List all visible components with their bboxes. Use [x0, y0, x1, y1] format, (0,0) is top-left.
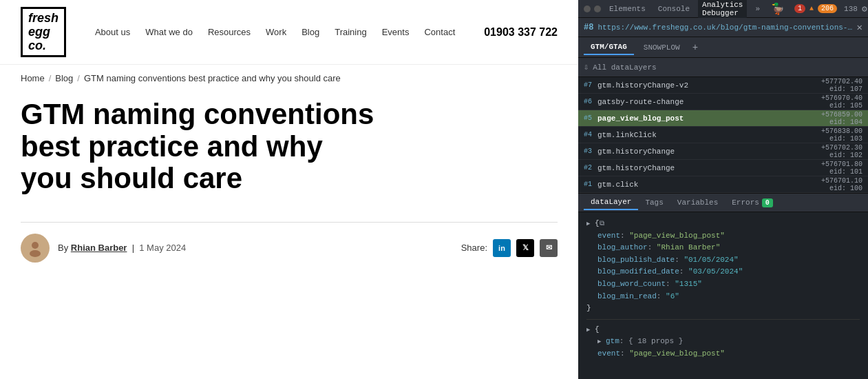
code-section-divider: [586, 319, 860, 320]
plugin-tabs: GTM/GTAG SNOWPLOW +: [578, 37, 868, 58]
article-title: GTM naming conventions best practice and…: [21, 99, 379, 194]
breadcrumb-current: GTM naming conventions best practice and…: [84, 73, 341, 83]
event-row-7[interactable]: #7 gtm.historyChange-v2 +577702.40 eid: …: [578, 77, 868, 94]
filter-label: All dataLayers: [593, 63, 656, 72]
breadcrumb-sep2: /: [77, 73, 80, 83]
nav-about[interactable]: About us: [95, 27, 130, 37]
nav-contact[interactable]: Contact: [424, 27, 455, 37]
email-share-button[interactable]: ✉: [540, 239, 558, 257]
event-vals: +576701.10 eid: 100: [821, 177, 862, 192]
nav-training[interactable]: Training: [335, 27, 366, 37]
event-vals: +576701.80 eid: 101: [821, 161, 862, 176]
event-number: #8: [584, 23, 593, 32]
share-label: Share:: [461, 243, 487, 253]
urlbar-close-button[interactable]: ✕: [857, 21, 862, 33]
event-row-4[interactable]: #4 gtm.linkClick +576838.00 eid: 103: [578, 127, 868, 143]
code-lines-2: ▶ gtm : { 18 props } event : "page_view_…: [586, 336, 860, 360]
event-row-5[interactable]: #5 page_view_blog_post +576859.00 eid: 1…: [578, 110, 868, 127]
nav-events[interactable]: Events: [382, 27, 410, 37]
logo-line2: egg: [28, 25, 50, 39]
author-name[interactable]: Rhian Barber: [71, 243, 127, 253]
event-vals: +577702.40 eid: 107: [821, 78, 862, 93]
event-num: #2: [584, 164, 597, 172]
event-vals: +576838.00 eid: 103: [821, 127, 862, 143]
duck-icon: 🦆: [771, 2, 785, 16]
filter-icon: ⇩: [584, 62, 589, 72]
event-num: #7: [584, 81, 597, 89]
warning-count: 206: [818, 4, 837, 13]
code-val-author: "Rhian Barber": [657, 242, 720, 254]
window-control-1: [584, 6, 591, 12]
breadcrumb: Home / Blog / GTM naming conventions bes…: [0, 65, 578, 92]
event-row-1[interactable]: #1 gtm.click +576701.10 eid: 100: [578, 176, 868, 193]
settings-icon[interactable]: ⚙: [862, 3, 867, 14]
event-num: #6: [584, 98, 597, 105]
tab-elements[interactable]: Elements: [605, 3, 650, 14]
breadcrumb-sep1: /: [49, 73, 52, 83]
breadcrumb-home[interactable]: Home: [21, 73, 45, 83]
copy-button[interactable]: ⧉: [600, 218, 604, 229]
event-row-6[interactable]: #6 gatsby-route-change +576970.40 eid: 1…: [578, 94, 868, 110]
event-row-2[interactable]: #2 gtm.historyChange +576701.80 eid: 101: [578, 160, 868, 176]
tab-errors[interactable]: Errors 0: [725, 196, 780, 210]
devtools-urlbar: #8 https://www.freshegg.co.uk/blog/gtm-n…: [578, 18, 868, 37]
code-lines-1: event : "page_view_blog_post" blog_autho…: [586, 230, 860, 303]
bottom-tabs: dataLayer Tags Variables Errors 0: [578, 193, 868, 212]
event-name: gtm.click: [597, 181, 821, 189]
twitter-share-button[interactable]: 𝕏: [516, 239, 534, 257]
breadcrumb-blog[interactable]: Blog: [55, 73, 73, 83]
event-name: gatsby-route-change: [597, 98, 821, 106]
tab-variables[interactable]: Variables: [670, 196, 725, 209]
event-name: page_view_blog_post: [597, 114, 821, 123]
event-name: gtm.linkClick: [597, 131, 821, 139]
page-url: https://www.freshegg.co.uk/blog/gtm-nami…: [597, 23, 852, 32]
tab-datalayer[interactable]: dataLayer: [584, 195, 638, 210]
code-section-2: ▶ { ▶ gtm : { 18 props } event : "page_v…: [586, 324, 860, 360]
tab-tags[interactable]: Tags: [638, 196, 670, 209]
tab-snowplow[interactable]: SNOWPLOW: [637, 41, 687, 54]
phone-number: 01903 337 722: [484, 26, 558, 39]
nav-blog[interactable]: Blog: [301, 27, 319, 37]
main-nav: About us What we do Resources Work Blog …: [95, 27, 455, 37]
tab-analytics-debugger[interactable]: Analytics Debugger: [698, 0, 747, 19]
devtools-right-icons: ⚙ ✕: [862, 3, 868, 14]
event-num: #4: [584, 131, 597, 139]
event-name: gtm.historyChange: [597, 164, 821, 172]
event-name: gtm.historyChange-v2: [597, 81, 821, 90]
site-logo[interactable]: fresh egg co.: [21, 7, 66, 57]
event-num: #3: [584, 147, 597, 155]
devtools-panel: Elements Console Analytics Debugger » 🦆 …: [578, 0, 868, 379]
event-name: gtm.historyChange: [597, 147, 821, 156]
event-row-3[interactable]: #3 gtm.historyChange +576702.30 eid: 102: [578, 143, 868, 160]
warn-icon: ▲: [809, 5, 814, 12]
article-area: GTM naming conventions best practice and…: [0, 92, 578, 379]
window-control-2: [594, 6, 601, 12]
svg-point-0: [32, 242, 39, 249]
code-area: ▶ { ⧉ event : "page_view_blog_post" blog…: [578, 212, 868, 379]
devtools-window-controls: [584, 6, 601, 12]
error-count: 1: [794, 4, 805, 13]
gtm-props: { 18 props }: [628, 336, 683, 348]
nav-resources[interactable]: Resources: [208, 27, 251, 37]
publish-date: 1 May 2024: [139, 243, 186, 253]
code-val-event: "page_view_blog_post": [629, 230, 725, 243]
tab-console[interactable]: Console: [654, 3, 694, 14]
code-section-1: ▶ { ⧉ event : "page_view_blog_post" blog…: [586, 218, 860, 315]
share-row: Share: in 𝕏 ✉: [461, 239, 558, 257]
tab-more[interactable]: »: [751, 3, 764, 14]
devtools-topbar: Elements Console Analytics Debugger » 🦆 …: [578, 0, 868, 18]
linkedin-share-button[interactable]: in: [493, 239, 511, 257]
event-num: #5: [584, 114, 597, 122]
code-val-publish-date: "01/05/2024": [684, 254, 738, 267]
nav-work[interactable]: Work: [266, 27, 286, 37]
logo-line1: fresh: [28, 11, 59, 25]
event-vals: +576970.40 eid: 105: [821, 94, 862, 110]
tab-gtm-gtag[interactable]: GTM/GTAG: [584, 40, 634, 55]
svg-point-1: [30, 250, 41, 257]
author-by: By: [58, 243, 68, 253]
event-vals: +576859.00 eid: 104: [821, 111, 862, 126]
site-header: fresh egg co. About us What we do Resour…: [0, 0, 578, 65]
add-plugin-tab-button[interactable]: +: [692, 42, 698, 53]
nav-what-we-do[interactable]: What we do: [145, 27, 193, 37]
avatar: [21, 234, 50, 263]
